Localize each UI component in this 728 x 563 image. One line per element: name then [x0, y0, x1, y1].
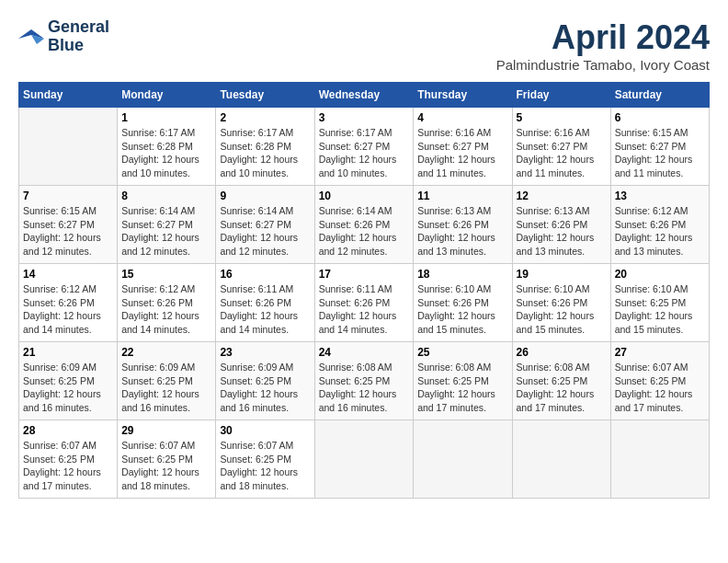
weekday-header: Wednesday	[314, 83, 414, 108]
day-info: Sunrise: 6:09 AM Sunset: 6:25 PM Dayligh…	[23, 361, 113, 415]
calendar-cell: 8Sunrise: 6:14 AM Sunset: 6:27 PM Daylig…	[118, 186, 216, 264]
day-info: Sunrise: 6:15 AM Sunset: 6:27 PM Dayligh…	[23, 204, 113, 259]
day-number: 11	[417, 190, 507, 202]
calendar-cell: 6Sunrise: 6:15 AM Sunset: 6:27 PM Daylig…	[610, 108, 709, 186]
day-info: Sunrise: 6:10 AM Sunset: 6:26 PM Dayligh…	[517, 282, 607, 337]
calendar-cell	[512, 420, 610, 499]
day-info: Sunrise: 6:11 AM Sunset: 6:26 PM Dayligh…	[319, 282, 410, 337]
location-title: Palmindustrie Tamabo, Ivory Coast	[496, 57, 710, 73]
calendar-week-row: 28Sunrise: 6:07 AM Sunset: 6:25 PM Dayli…	[19, 420, 710, 499]
day-info: Sunrise: 6:07 AM Sunset: 6:25 PM Dayligh…	[220, 439, 310, 493]
day-number: 10	[319, 190, 410, 202]
calendar-cell: 30Sunrise: 6:07 AM Sunset: 6:25 PM Dayli…	[216, 420, 314, 499]
calendar-week-row: 21Sunrise: 6:09 AM Sunset: 6:25 PM Dayli…	[19, 342, 710, 420]
calendar-cell: 16Sunrise: 6:11 AM Sunset: 6:26 PM Dayli…	[216, 264, 314, 342]
day-number: 3	[319, 111, 410, 124]
day-info: Sunrise: 6:14 AM Sunset: 6:27 PM Dayligh…	[220, 204, 310, 259]
day-info: Sunrise: 6:08 AM Sunset: 6:25 PM Dayligh…	[319, 361, 410, 415]
day-info: Sunrise: 6:17 AM Sunset: 6:28 PM Dayligh…	[220, 126, 310, 180]
calendar-cell: 13Sunrise: 6:12 AM Sunset: 6:26 PM Dayli…	[610, 186, 709, 264]
day-info: Sunrise: 6:13 AM Sunset: 6:26 PM Dayligh…	[417, 204, 507, 259]
day-number: 23	[220, 346, 310, 359]
day-number: 29	[121, 424, 211, 437]
calendar-cell	[414, 420, 512, 499]
day-info: Sunrise: 6:13 AM Sunset: 6:26 PM Dayligh…	[517, 204, 607, 259]
calendar-cell: 14Sunrise: 6:12 AM Sunset: 6:26 PM Dayli…	[19, 264, 118, 342]
day-info: Sunrise: 6:14 AM Sunset: 6:27 PM Dayligh…	[121, 204, 211, 259]
day-number: 30	[220, 424, 310, 437]
day-number: 5	[517, 111, 607, 124]
day-number: 20	[615, 268, 705, 281]
day-number: 14	[23, 268, 113, 281]
day-number: 8	[121, 190, 211, 202]
calendar-week-row: 1Sunrise: 6:17 AM Sunset: 6:28 PM Daylig…	[19, 108, 710, 186]
calendar-cell: 24Sunrise: 6:08 AM Sunset: 6:25 PM Dayli…	[314, 342, 414, 420]
calendar-cell: 21Sunrise: 6:09 AM Sunset: 6:25 PM Dayli…	[19, 342, 118, 420]
calendar-cell	[314, 420, 414, 499]
day-number: 4	[417, 111, 507, 124]
weekday-header: Saturday	[610, 83, 709, 108]
day-number: 21	[23, 346, 113, 359]
calendar-cell	[19, 108, 118, 186]
day-number: 7	[23, 190, 113, 202]
day-number: 25	[417, 346, 507, 359]
day-number: 24	[319, 346, 410, 359]
calendar-cell: 23Sunrise: 6:09 AM Sunset: 6:25 PM Dayli…	[216, 342, 314, 420]
calendar-cell	[610, 420, 709, 499]
calendar-cell: 17Sunrise: 6:11 AM Sunset: 6:26 PM Dayli…	[314, 264, 414, 342]
day-info: Sunrise: 6:15 AM Sunset: 6:27 PM Dayligh…	[615, 126, 705, 180]
day-number: 19	[517, 268, 607, 281]
day-number: 22	[121, 346, 211, 359]
day-info: Sunrise: 6:08 AM Sunset: 6:25 PM Dayligh…	[517, 361, 607, 415]
day-info: Sunrise: 6:10 AM Sunset: 6:25 PM Dayligh…	[615, 282, 705, 337]
calendar-cell: 9Sunrise: 6:14 AM Sunset: 6:27 PM Daylig…	[216, 186, 314, 264]
weekday-header: Tuesday	[216, 83, 314, 108]
title-block: April 2024 Palmindustrie Tamabo, Ivory C…	[496, 18, 710, 73]
calendar-cell: 3Sunrise: 6:17 AM Sunset: 6:27 PM Daylig…	[314, 108, 414, 186]
day-number: 9	[220, 190, 310, 202]
calendar-cell: 2Sunrise: 6:17 AM Sunset: 6:28 PM Daylig…	[216, 108, 314, 186]
day-number: 15	[121, 268, 211, 281]
day-number: 28	[23, 424, 113, 437]
day-number: 12	[517, 190, 607, 202]
weekday-header: Sunday	[19, 83, 118, 108]
logo: General Blue	[18, 18, 109, 55]
day-number: 13	[615, 190, 705, 202]
day-info: Sunrise: 6:07 AM Sunset: 6:25 PM Dayligh…	[23, 439, 113, 493]
day-info: Sunrise: 6:14 AM Sunset: 6:26 PM Dayligh…	[319, 204, 410, 259]
day-info: Sunrise: 6:07 AM Sunset: 6:25 PM Dayligh…	[121, 439, 211, 493]
svg-marker-0	[18, 29, 44, 39]
day-info: Sunrise: 6:12 AM Sunset: 6:26 PM Dayligh…	[121, 282, 211, 337]
calendar-week-row: 7Sunrise: 6:15 AM Sunset: 6:27 PM Daylig…	[19, 186, 710, 264]
calendar-cell: 10Sunrise: 6:14 AM Sunset: 6:26 PM Dayli…	[314, 186, 414, 264]
day-info: Sunrise: 6:11 AM Sunset: 6:26 PM Dayligh…	[220, 282, 310, 337]
calendar-cell: 15Sunrise: 6:12 AM Sunset: 6:26 PM Dayli…	[118, 264, 216, 342]
weekday-header: Friday	[512, 83, 610, 108]
month-year-title: April 2024	[496, 18, 710, 57]
calendar-week-row: 14Sunrise: 6:12 AM Sunset: 6:26 PM Dayli…	[19, 264, 710, 342]
day-info: Sunrise: 6:09 AM Sunset: 6:25 PM Dayligh…	[121, 361, 211, 415]
page-header: General Blue April 2024 Palmindustrie Ta…	[18, 18, 710, 73]
day-number: 2	[220, 111, 310, 124]
weekday-header-row: SundayMondayTuesdayWednesdayThursdayFrid…	[19, 83, 710, 108]
calendar-cell: 25Sunrise: 6:08 AM Sunset: 6:25 PM Dayli…	[414, 342, 512, 420]
day-info: Sunrise: 6:10 AM Sunset: 6:26 PM Dayligh…	[417, 282, 507, 337]
day-number: 6	[615, 111, 705, 124]
day-number: 16	[220, 268, 310, 281]
day-info: Sunrise: 6:12 AM Sunset: 6:26 PM Dayligh…	[23, 282, 113, 337]
calendar-cell: 12Sunrise: 6:13 AM Sunset: 6:26 PM Dayli…	[512, 186, 610, 264]
calendar-cell: 4Sunrise: 6:16 AM Sunset: 6:27 PM Daylig…	[414, 108, 512, 186]
day-info: Sunrise: 6:16 AM Sunset: 6:27 PM Dayligh…	[417, 126, 507, 180]
logo-icon	[18, 26, 44, 48]
day-number: 27	[615, 346, 705, 359]
weekday-header: Monday	[118, 83, 216, 108]
calendar-table: SundayMondayTuesdayWednesdayThursdayFrid…	[18, 82, 710, 499]
calendar-cell: 22Sunrise: 6:09 AM Sunset: 6:25 PM Dayli…	[118, 342, 216, 420]
calendar-cell: 26Sunrise: 6:08 AM Sunset: 6:25 PM Dayli…	[512, 342, 610, 420]
calendar-cell: 1Sunrise: 6:17 AM Sunset: 6:28 PM Daylig…	[118, 108, 216, 186]
day-info: Sunrise: 6:16 AM Sunset: 6:27 PM Dayligh…	[517, 126, 607, 180]
day-number: 26	[517, 346, 607, 359]
calendar-cell: 29Sunrise: 6:07 AM Sunset: 6:25 PM Dayli…	[118, 420, 216, 499]
day-info: Sunrise: 6:09 AM Sunset: 6:25 PM Dayligh…	[220, 361, 310, 415]
day-info: Sunrise: 6:12 AM Sunset: 6:26 PM Dayligh…	[615, 204, 705, 259]
